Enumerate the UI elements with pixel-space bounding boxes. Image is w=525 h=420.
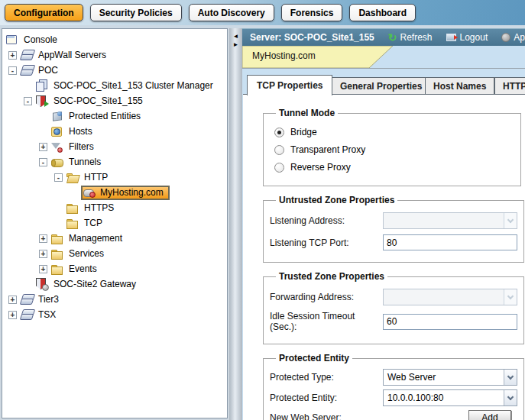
- tunnel-icon: [83, 186, 97, 199]
- listening-address-select: [383, 212, 517, 229]
- tree-item-http[interactable]: - HTTP: [2, 170, 227, 185]
- expand-icon[interactable]: +: [8, 51, 17, 60]
- tree-item-tsx[interactable]: + TSX: [2, 307, 227, 322]
- nav-dashboard[interactable]: Dashboard: [349, 4, 416, 21]
- protected-entity-select[interactable]: 10.0.0.100:80: [383, 389, 517, 406]
- tree-item-events[interactable]: + Events: [2, 261, 227, 276]
- folder-icon: [66, 202, 79, 214]
- tree-item-management[interactable]: + Management: [2, 231, 227, 246]
- tab-general-properties[interactable]: General Properties: [332, 77, 430, 95]
- tunnel-mode-option-transparent-proxy[interactable]: Transparent Proxy: [274, 144, 514, 155]
- chevron-down-icon[interactable]: [504, 370, 517, 385]
- protected-entities-icon: [50, 110, 64, 122]
- tree-item-https[interactable]: HTTPS: [2, 200, 227, 215]
- collapse-left-icon[interactable]: ◄: [229, 32, 242, 40]
- tcp-properties-panel: Tunnel Mode Bridge Transparent Proxy Rev…: [243, 94, 525, 420]
- tree-item-myhosting[interactable]: MyHosting.com: [2, 185, 227, 200]
- tree-item-tunnels[interactable]: - Tunnels: [2, 154, 227, 170]
- idle-session-timeout-input[interactable]: [383, 314, 517, 330]
- nav-security-policies[interactable]: Security Policies: [90, 4, 182, 21]
- radio-transparent-proxy[interactable]: [274, 145, 284, 155]
- expand-icon[interactable]: +: [39, 234, 47, 243]
- expand-icon[interactable]: +: [39, 265, 47, 273]
- tree-item-tcp[interactable]: TCP: [2, 215, 227, 231]
- servers-icon: [20, 293, 34, 305]
- cluster-manager-icon: [35, 79, 49, 92]
- listening-tcp-port-input[interactable]: [383, 234, 517, 250]
- untrusted-zone-legend: Untrusted Zone Properties: [276, 195, 397, 205]
- nav-forensics[interactable]: Forensics: [281, 4, 343, 21]
- protected-entity-legend: Protected Entity: [276, 353, 352, 363]
- tree-item-appwall-servers[interactable]: + AppWall Servers: [2, 47, 227, 63]
- apply-changes-icon: [501, 33, 510, 42]
- servers-icon: [20, 49, 34, 61]
- apply-changes-button[interactable]: Apply Changes: [501, 32, 525, 43]
- document-tab[interactable]: MyHosting.com: [252, 50, 316, 61]
- tree-item-hosts[interactable]: Hosts: [2, 124, 227, 139]
- forwarding-address-select: [383, 289, 517, 305]
- console-icon: [5, 34, 19, 46]
- console-tree-panel: Console + AppWall Servers - POC SOC-POC_…: [2, 28, 228, 418]
- protected-type-label: Protected Type:: [270, 372, 383, 383]
- filter-icon: [50, 141, 64, 153]
- expand-icon[interactable]: +: [39, 250, 47, 258]
- collapse-icon[interactable]: -: [24, 97, 32, 105]
- idle-session-timeout-label: Idle Session Timeout (Sec.):: [270, 311, 383, 332]
- gateway-icon: [35, 95, 49, 107]
- server-toolbar: Server: SOC-POC_Site1_155 ↻ Refresh Logo…: [242, 28, 525, 46]
- folder-icon: [50, 263, 64, 275]
- tab-tcp-properties[interactable]: TCP Properties: [247, 75, 332, 95]
- folder-icon: [50, 232, 64, 244]
- expand-icon[interactable]: +: [39, 143, 47, 151]
- trusted-zone-group: Trusted Zone Properties Forwarding Addre…: [263, 271, 524, 344]
- tree-item-soc-poc-site1-155[interactable]: - SOC-POC_Site1_155: [2, 93, 227, 108]
- chevron-down-icon: [504, 289, 517, 305]
- tab-host-names[interactable]: Host Names: [425, 77, 494, 95]
- expand-icon[interactable]: +: [8, 311, 17, 319]
- tunnel-mode-group: Tunnel Mode Bridge Transparent Proxy Rev…: [263, 108, 521, 186]
- refresh-button[interactable]: ↻ Refresh: [388, 32, 433, 43]
- folder-icon: [66, 217, 79, 229]
- nav-configuration[interactable]: Configuration: [5, 4, 83, 21]
- radio-bridge[interactable]: [274, 128, 284, 137]
- tree-item-services[interactable]: + Services: [2, 246, 227, 261]
- collapse-right-icon[interactable]: ►: [229, 40, 242, 49]
- tree-item-filters[interactable]: + Filters: [2, 139, 227, 154]
- protected-type-select[interactable]: Web Server: [383, 369, 517, 386]
- servers-icon: [20, 309, 34, 321]
- nav-auto-discovery[interactable]: Auto Discovery: [189, 4, 274, 21]
- tunnel-mode-option-bridge[interactable]: Bridge: [274, 127, 514, 137]
- logout-icon: [446, 33, 457, 42]
- gateway-offline-icon: [35, 278, 49, 290]
- collapse-icon[interactable]: -: [54, 173, 63, 182]
- hosts-icon: [50, 125, 64, 137]
- untrusted-zone-group: Untrusted Zone Properties Listening Addr…: [263, 195, 524, 263]
- refresh-icon: ↻: [388, 33, 397, 42]
- servers-icon: [20, 64, 34, 76]
- tree-item-soc-poc-site1-153[interactable]: SOC-POC_Site1_153 Cluster Manager: [2, 78, 227, 93]
- tree-item-soc-site2-gateway[interactable]: SOC-Site2 Gateway: [2, 276, 227, 292]
- collapse-icon[interactable]: -: [8, 66, 17, 75]
- tab-http-properties[interactable]: HTTP Properties: [494, 77, 525, 95]
- collapse-icon[interactable]: -: [39, 158, 47, 166]
- logout-button[interactable]: Logout: [446, 32, 488, 43]
- tree-item-poc[interactable]: - POC: [2, 63, 227, 78]
- listening-address-label: Listening Address:: [270, 215, 383, 226]
- add-web-server-button[interactable]: Add: [468, 410, 511, 420]
- radio-reverse-proxy[interactable]: [274, 163, 284, 173]
- expand-icon[interactable]: +: [8, 296, 17, 304]
- chevron-down-icon: [504, 213, 517, 228]
- protected-entity-label: Protected Entity:: [270, 393, 383, 403]
- top-nav-bar: Configuration Security Policies Auto Dis…: [0, 0, 525, 25]
- chevron-down-icon[interactable]: [504, 390, 517, 405]
- folder-icon: [50, 247, 64, 260]
- protected-entity-group: Protected Entity Protected Type: Web Ser…: [263, 353, 524, 420]
- listening-tcp-port-label: Listening TCP Port:: [270, 237, 383, 248]
- forwarding-address-label: Forwarding Address:: [270, 292, 383, 302]
- tree-item-tier3[interactable]: + Tier3: [2, 292, 227, 307]
- tunnel-mode-option-reverse-proxy[interactable]: Reverse Proxy: [274, 162, 514, 173]
- tree-item-console[interactable]: Console: [2, 32, 227, 47]
- tunnel-mode-legend: Tunnel Mode: [276, 108, 338, 118]
- panel-splitter[interactable]: ◄ ►: [229, 28, 242, 420]
- tree-item-protected-entities[interactable]: Protected Entities: [2, 108, 227, 124]
